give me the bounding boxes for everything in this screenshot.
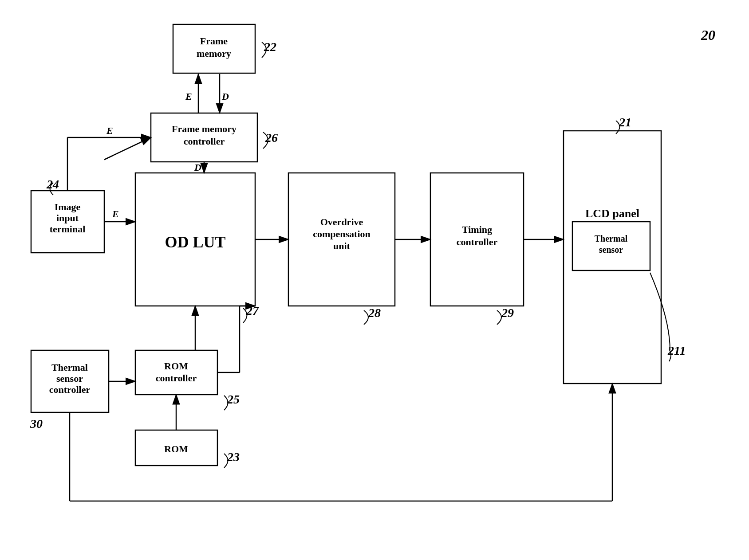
od-comp-text2: compensation [313, 228, 371, 239]
num-24: 24 [46, 177, 59, 191]
label-e-od: E [112, 208, 119, 219]
label-d-down: D [221, 91, 229, 102]
od-comp-text3: unit [333, 240, 351, 251]
diagram-container: 20 Frame memory 22 Frame memory controll… [0, 0, 749, 560]
timing-ctrl-text2: controller [457, 236, 498, 247]
num-26: 26 [265, 131, 278, 145]
img-input-text2: input [56, 212, 79, 223]
num-23: 23 [227, 450, 240, 464]
label-e-up: E [185, 91, 192, 102]
num-30: 30 [30, 417, 43, 431]
img-input-text3: terminal [50, 223, 86, 235]
diagram-svg: 20 Frame memory 22 Frame memory controll… [0, 0, 749, 560]
rom-ctrl-text2: controller [156, 372, 197, 384]
rom-text: ROM [164, 443, 188, 454]
num-28: 28 [368, 306, 381, 320]
ts-ctrl-text2: sensor [56, 373, 83, 384]
thermal-sensor-text2: sensor [599, 245, 623, 255]
timing-ctrl-text1: Timing [462, 224, 492, 235]
ts-ctrl-text1: Thermal [51, 362, 88, 373]
num-29: 29 [501, 306, 514, 320]
ts-ctrl-text3: controller [49, 384, 91, 395]
fmc-text1: Frame memory [172, 123, 237, 134]
frame-memory-text2: memory [197, 48, 231, 59]
diagram-num-20: 20 [701, 27, 715, 43]
label-d-od: D [194, 162, 201, 173]
od-lut-text: OD LUT [165, 233, 225, 251]
fmc-text2: controller [184, 136, 225, 147]
frame-memory-text: Frame [200, 35, 228, 47]
thermal-sensor-text1: Thermal [595, 234, 628, 243]
img-input-text1: Image [55, 201, 81, 212]
num-25: 25 [227, 392, 240, 406]
svg-line-7 [104, 137, 151, 160]
rom-ctrl-text1: ROM [164, 360, 188, 372]
od-comp-text1: Overdrive [320, 216, 363, 227]
label-e-fmc: E [106, 125, 113, 136]
svg-rect-13 [288, 173, 395, 306]
num-21: 21 [619, 115, 631, 129]
lcd-panel-text1: LCD panel [585, 207, 639, 220]
